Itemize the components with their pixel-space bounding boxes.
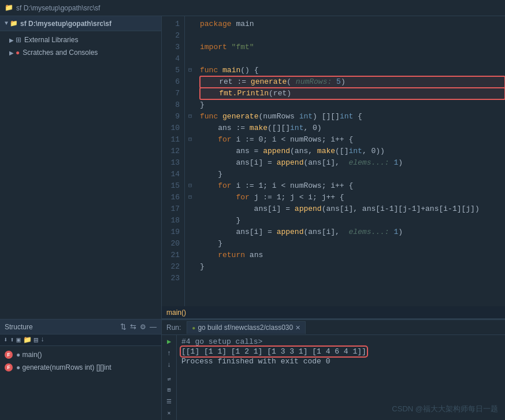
project-path: sf D:\mysetup\gopath\src\sf <box>16 4 100 12</box>
fold-btn-generate[interactable]: ⊟ <box>185 111 195 122</box>
code-line-14: } <box>200 169 505 180</box>
sidebar-header: ▼ 📁 sf D:\mysetup\gopath\src\sf <box>0 16 161 31</box>
fold-btn-main[interactable]: ⊟ <box>185 65 195 76</box>
structure-item-main[interactable]: F ● main() <box>0 348 161 361</box>
structure-items: F ● main() F ● generate(numRows int) [][… <box>0 346 161 376</box>
code-line-19: ans[i] = append(ans[i], elems...: 1) <box>200 226 505 238</box>
go-icon: ● <box>192 325 195 331</box>
watermark: CSDN @福大大架构师每日一题 <box>392 404 498 414</box>
scratches-arrow: ▶ <box>9 50 14 56</box>
minimize-icon[interactable]: — <box>150 323 157 331</box>
structure-item-generate[interactable]: F ● generate(numRows int) [][]int <box>0 361 161 374</box>
code-line-3: import "fmt" <box>200 42 505 53</box>
sidebar-item-scratches[interactable]: ▶ ● Scratches and Consoles <box>0 46 161 59</box>
left-sidebar: ▼ 📁 sf D:\mysetup\gopath\src\sf ▶ ⊞ Exte… <box>0 16 162 420</box>
scratches-icon: ● <box>16 49 20 57</box>
content-area: ▼ 📁 sf D:\mysetup\gopath\src\sf ▶ ⊞ Exte… <box>0 16 505 420</box>
code-line-18: } <box>200 215 505 226</box>
code-line-9: func generate(numRows int) [][]int { <box>200 111 505 122</box>
run-tab[interactable]: ● go build sf/newclass2/class030 ✕ <box>187 321 306 334</box>
sidebar-item-external-libraries[interactable]: ▶ ⊞ External Libraries <box>0 34 161 46</box>
structure-header: Structure ⇅ ⇆ ⚙ — <box>0 319 161 334</box>
structure-title: Structure <box>5 323 120 331</box>
sidebar-items: ▶ ⊞ External Libraries ▶ ● Scratches and… <box>0 31 161 61</box>
library-icon: ⊞ <box>16 36 21 44</box>
folder-icon: 📁 <box>5 3 13 12</box>
wrap-btn[interactable]: ⇌ <box>164 374 175 384</box>
filter-btn[interactable]: ⊞ <box>164 385 175 395</box>
project-name: sf D:\mysetup\gopath\src\sf <box>20 20 112 28</box>
play-btn[interactable]: ▶ <box>164 337 175 347</box>
run-tab-bar: Run: ● go build sf/newclass2/class030 ✕ <box>162 320 505 335</box>
code-line-7: fmt.Println(ret) <box>200 88 505 99</box>
code-line-5: func main() { <box>200 65 505 76</box>
code-editor[interactable]: 1 2 3 4 5 6 7 8 9 10 11 12 13 14 15 16 1 <box>162 16 505 306</box>
code-line-6: ret := generate( numRows: 5) <box>200 76 505 88</box>
project-tree: ▼ 📁 sf D:\mysetup\gopath\src\sf ▶ ⊞ Exte… <box>0 16 161 319</box>
app-window: 📁 sf D:\mysetup\gopath\src\sf ▼ 📁 sf D:\… <box>0 0 505 420</box>
code-lines[interactable]: package main import "fmt" func main() { <box>195 16 505 306</box>
project-folder-icon: 📁 <box>10 20 18 27</box>
run-tab-label: go build sf/newclass2/class030 <box>198 324 293 332</box>
func-icon-generate: F <box>5 363 13 371</box>
fold-column: ⊟ ⊟ ⊟ ⊟ ⊟ <box>185 16 195 306</box>
struct-btn-6[interactable]: ↓ <box>40 336 44 344</box>
code-line-2 <box>200 30 505 42</box>
breadcrumb-fn: main() <box>166 309 186 317</box>
sort2-icon[interactable]: ⇆ <box>130 322 136 331</box>
fold-btn-for3[interactable]: ⊟ <box>185 192 195 203</box>
code-line-23 <box>200 273 505 284</box>
code-line-4 <box>200 53 505 65</box>
code-line-13: ans[i] = append(ans[i], elems...: 1) <box>200 157 505 169</box>
scroll-down-btn[interactable]: ↓ <box>164 360 175 370</box>
settings2-btn[interactable]: ☰ <box>164 397 175 406</box>
fold-btn-for1[interactable]: ⊟ <box>185 134 195 146</box>
output-result-line: [[1] [1 1] [1 2 1] [1 3 3 1] [1 4 6 4 1]… <box>181 347 500 356</box>
code-line-22: } <box>200 261 505 273</box>
close2-btn[interactable]: ✕ <box>164 408 175 418</box>
breadcrumb-bar: main() <box>162 306 505 319</box>
cmd-text: #4 go setup calls> <box>181 337 262 346</box>
code-line-11: for i := 0; i < numRows; i++ { <box>200 134 505 146</box>
struct-btn-5[interactable]: ▤ <box>34 336 38 344</box>
top-bar: 📁 sf D:\mysetup\gopath\src\sf <box>0 0 505 16</box>
ext-libraries-label: External Libraries <box>24 36 78 44</box>
ext-lib-arrow: ▶ <box>9 37 14 43</box>
run-toolbar: ▶ ↑ ↓ ⇌ ⊞ ☰ ✕ <box>162 335 177 420</box>
code-line-15: for i := 1; i < numRows; i++ { <box>200 180 505 192</box>
structure-toolbar: ⇅ ⇆ ⚙ — <box>120 322 157 331</box>
sort-icon[interactable]: ⇅ <box>120 322 127 331</box>
scratches-label: Scratches and Consoles <box>23 49 98 57</box>
editor-area: 1 2 3 4 5 6 7 8 9 10 11 12 13 14 15 16 1 <box>162 16 505 420</box>
finished-text: Process finished with exit code 0 <box>181 357 330 366</box>
output-finished-line: Process finished with exit code 0 <box>181 357 500 366</box>
scroll-up-btn[interactable]: ↑ <box>164 349 175 358</box>
breadcrumb-fn-name: main() <box>166 309 186 317</box>
struct-btn-3[interactable]: ▣ <box>16 336 20 344</box>
struct-btn-1[interactable]: ⬇ <box>3 336 8 344</box>
code-line-12: ans = append(ans, make([]int, 0)) <box>200 146 505 157</box>
code-line-1: package main <box>200 18 505 30</box>
tree-arrow-icon[interactable]: ▼ <box>5 20 8 27</box>
settings-icon[interactable]: ⚙ <box>140 323 146 331</box>
run-label: Run: <box>166 324 181 332</box>
struct-label-generate: ● generate(numRows int) [][]int <box>16 363 112 371</box>
struct-btn-2[interactable]: ⬆ <box>10 336 14 344</box>
code-line-21: return ans <box>200 250 505 261</box>
struct-label-main: ● main() <box>16 351 42 359</box>
line-numbers: 1 2 3 4 5 6 7 8 9 10 11 12 13 14 15 16 1 <box>162 16 185 306</box>
output-cmd-line: #4 go setup calls> <box>181 337 500 346</box>
close-tab-btn[interactable]: ✕ <box>295 324 300 332</box>
structure-panel: Structure ⇅ ⇆ ⚙ — ⬇ ⬆ ▣ 📁 ▤ ↓ <box>0 319 161 420</box>
func-icon-main: F <box>5 351 13 359</box>
code-line-8: } <box>200 99 505 111</box>
struct-btn-4[interactable]: 📁 <box>23 336 32 344</box>
code-line-17: ans[i] = append(ans[i], ans[i-1][j-1]+an… <box>200 203 505 215</box>
code-line-16: for j := 1; j < i; j++ { <box>200 192 505 203</box>
code-line-10: ans := make([][]int, 0) <box>200 122 505 134</box>
output-text: [[1] [1 1] [1 2 1] [1 3 3 1] [1 4 6 4 1]… <box>181 347 366 356</box>
fold-btn-for2[interactable]: ⊟ <box>185 180 195 192</box>
code-line-20: } <box>200 238 505 250</box>
output-highlighted-result: [[1] [1 1] [1 2 1] [1 3 3 1] [1 4 6 4 1]… <box>181 347 366 356</box>
